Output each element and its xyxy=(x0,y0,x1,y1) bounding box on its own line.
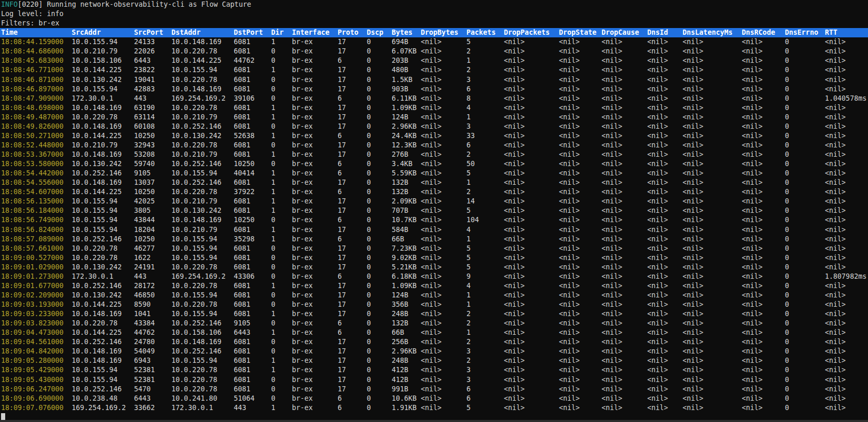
flow-cell-droppackets: <nil> xyxy=(504,244,525,253)
flow-row-timestamp: 18:09:06.690000 xyxy=(1,394,63,403)
flow-cell-srcport: 33662 xyxy=(134,403,155,413)
flow-cell-srcaddr: 10.0.144.225 xyxy=(72,300,122,309)
flow-cell-proto: 17 xyxy=(338,375,346,385)
flow-cell-dropcause: <nil> xyxy=(602,159,622,169)
flow-cell-packets: 6 xyxy=(466,394,471,403)
flow-cell-dnsid: <nil> xyxy=(647,300,668,309)
flow-cell-dnslatencyms: <nil> xyxy=(683,113,703,122)
flow-cell-bytes: 3.4KB xyxy=(392,159,412,169)
flow-cell-dropbytes: <nil> xyxy=(421,131,442,141)
flow-cell-rtt: <nil> xyxy=(825,56,846,65)
flow-cell-srcport: 53208 xyxy=(134,150,155,159)
flow-cell-rtt: <nil> xyxy=(825,244,846,253)
flow-row-timestamp: 18:08:44.159000 xyxy=(1,37,63,47)
flow-cell-dnserrno: 0 xyxy=(785,291,789,300)
flow-cell-packets: 3 xyxy=(466,365,471,375)
flow-cell-dropstate: <nil> xyxy=(559,309,580,319)
flow-cell-dropstate: <nil> xyxy=(559,178,580,187)
flow-cell-packets: 1 xyxy=(466,178,471,187)
flow-cell-dropbytes: <nil> xyxy=(421,291,442,300)
flow-cell-dnserrno: 0 xyxy=(785,150,789,159)
flow-cell-proto: 6 xyxy=(338,159,342,169)
flow-cell-rtt: <nil> xyxy=(825,215,846,225)
flow-cell-dropcause: <nil> xyxy=(602,235,622,244)
flow-cell-bytes: 1.09KB xyxy=(392,103,417,113)
flow-cell-bytes: 124B xyxy=(392,291,408,300)
flow-row-timestamp: 18:08:57.089000 xyxy=(1,235,63,244)
flow-cell-proto: 6 xyxy=(338,94,342,103)
flow-cell-bytes: 5.21KB xyxy=(392,263,417,272)
terminal-screen[interactable]: INFO[0220] Running network-observability… xyxy=(0,0,868,422)
flow-cell-bytes: 66B xyxy=(392,328,404,337)
flow-cell-dnsrcode: <nil> xyxy=(742,328,763,337)
flow-cell-dstaddr: 10.0.210.79 xyxy=(171,197,217,206)
flow-cell-rtt: 1.040578ms xyxy=(825,94,866,103)
flow-cell-droppackets: <nil> xyxy=(504,122,525,131)
flow-cell-proto: 17 xyxy=(338,47,346,56)
flow-cell-dnsrcode: <nil> xyxy=(742,394,763,403)
flow-cell-dnsid: <nil> xyxy=(647,159,668,169)
flow-cell-dnslatencyms: <nil> xyxy=(683,206,703,215)
flow-cell-dnslatencyms: <nil> xyxy=(683,347,703,356)
flow-row-timestamp: 18:09:00.527000 xyxy=(1,253,63,263)
flow-cell-dropcause: <nil> xyxy=(602,253,622,263)
flow-cell-dscp: 0 xyxy=(367,281,371,291)
flow-cell-dscp: 0 xyxy=(367,169,371,178)
flow-cell-bytes: 24.4KB xyxy=(392,131,417,141)
flow-cell-dnslatencyms: <nil> xyxy=(683,215,703,225)
flow-cell-dropstate: <nil> xyxy=(559,263,580,272)
flow-cell-dropbytes: <nil> xyxy=(421,365,442,375)
flow-cell-dnserrno: 0 xyxy=(785,281,789,291)
flow-cell-dnslatencyms: <nil> xyxy=(683,337,703,347)
flow-cell-dnsid: <nil> xyxy=(647,75,668,85)
flow-cell-dscp: 0 xyxy=(367,113,371,122)
flow-cell-dropcause: <nil> xyxy=(602,94,622,103)
flow-cell-interface: br-ex xyxy=(292,253,313,263)
flow-cell-dnsid: <nil> xyxy=(647,253,668,263)
flow-row: 18:09:04.56100010.0.252.1462478010.0.148… xyxy=(0,337,868,347)
flow-cell-dnsrcode: <nil> xyxy=(742,103,763,113)
flow-cell-interface: br-ex xyxy=(292,394,313,403)
flow-cell-dropstate: <nil> xyxy=(559,122,580,131)
flow-cell-dstport: 40414 xyxy=(234,169,255,178)
flow-cell-rtt: <nil> xyxy=(825,253,846,263)
flow-row: 18:08:45.68300010.0.158.106644310.0.144.… xyxy=(0,56,868,65)
flow-cell-dnsid: <nil> xyxy=(647,94,668,103)
flow-cell-proto: 6 xyxy=(338,328,342,337)
flow-cell-packets: 1 xyxy=(466,235,471,244)
flow-cell-droppackets: <nil> xyxy=(504,272,525,281)
flow-cell-dir: 1 xyxy=(271,150,275,159)
flow-cell-dnsid: <nil> xyxy=(647,206,668,215)
flow-cell-dscp: 0 xyxy=(367,347,371,356)
flow-cell-interface: br-ex xyxy=(292,75,313,85)
flow-cell-dnsid: <nil> xyxy=(647,235,668,244)
flow-cell-dir: 0 xyxy=(271,159,275,169)
flow-row-timestamp: 18:09:06.247000 xyxy=(1,385,63,394)
flow-cell-srcport: 6443 xyxy=(134,56,151,65)
flow-cell-dropbytes: <nil> xyxy=(421,403,442,413)
flow-cell-dscp: 0 xyxy=(367,356,371,365)
flow-cell-dscp: 0 xyxy=(367,328,371,337)
flow-cell-dropcause: <nil> xyxy=(602,403,622,413)
flow-cell-bytes: 5.59KB xyxy=(392,169,417,178)
flow-cell-dnsrcode: <nil> xyxy=(742,141,763,150)
flow-row: 18:08:47.909000172.30.0.1443169.254.169.… xyxy=(0,94,868,103)
flow-cell-dnslatencyms: <nil> xyxy=(683,365,703,375)
flow-cell-droppackets: <nil> xyxy=(504,281,525,291)
flow-cell-droppackets: <nil> xyxy=(504,150,525,159)
flow-cell-srcaddr: 10.0.155.94 xyxy=(72,85,117,94)
log-line-filters-text: Filters: br-ex xyxy=(1,19,59,28)
flow-cell-droppackets: <nil> xyxy=(504,263,525,272)
flow-cell-dstaddr: 10.0.220.78 xyxy=(171,365,217,375)
flow-cell-dnsid: <nil> xyxy=(647,131,668,141)
flow-cell-dnsrcode: <nil> xyxy=(742,206,763,215)
flow-cell-interface: br-ex xyxy=(292,337,313,347)
flow-cell-rtt: <nil> xyxy=(825,356,846,365)
flow-cell-srcport: 59740 xyxy=(134,159,155,169)
flow-row-timestamp: 18:08:46.871000 xyxy=(1,75,63,85)
flow-cell-packets: 2 xyxy=(466,47,471,56)
flow-cell-dnslatencyms: <nil> xyxy=(683,56,703,65)
flow-cell-droppackets: <nil> xyxy=(504,385,525,394)
flow-cell-srcport: 52381 xyxy=(134,375,155,385)
flow-cell-dropbytes: <nil> xyxy=(421,197,442,206)
